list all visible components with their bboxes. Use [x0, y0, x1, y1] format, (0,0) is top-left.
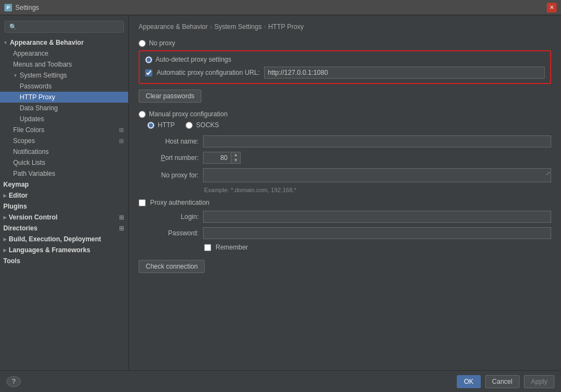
sidebar-item-keymap[interactable]: Keymap — [0, 179, 128, 190]
port-up-button[interactable]: ▲ — [231, 152, 240, 158]
sidebar-item-languages-frameworks[interactable]: ▶ Languages & Frameworks — [0, 245, 128, 256]
breadcrumb-part2: System Settings — [214, 23, 262, 31]
port-number-label: Port number: — [139, 154, 199, 162]
sidebar-item-menus-toolbars[interactable]: Menus and Toolbars — [0, 59, 128, 70]
sidebar-item-tools[interactable]: Tools — [0, 256, 128, 266]
no-proxy-group: No proxy — [139, 39, 551, 47]
port-spinners: ▲ ▼ — [231, 152, 240, 163]
port-down-button[interactable]: ▼ — [231, 158, 240, 163]
socks-radio[interactable] — [186, 122, 193, 129]
remember-label: Remember — [216, 243, 248, 251]
auto-detect-radio-label[interactable]: Auto-detect proxy settings — [145, 56, 545, 63]
check-connection-row: Check connection — [139, 260, 551, 273]
auto-detect-box: Auto-detect proxy settings Automatic pro… — [139, 50, 551, 84]
scopes-icon: ⊞ — [119, 138, 124, 145]
sidebar-item-data-sharing[interactable]: Data Sharing — [0, 103, 128, 114]
titlebar: P Settings ✕ — [0, 0, 561, 15]
main-layout: 🔍 ▼ Appearance & Behavior Appearance Men… — [0, 15, 561, 370]
example-text: Example: *.domain.com, 192.168.* — [204, 187, 551, 193]
triangle-icon: ▼ — [13, 73, 17, 78]
sidebar-item-quick-lists[interactable]: Quick Lists — [0, 157, 128, 168]
breadcrumb: Appearance & Behavior › System Settings … — [139, 23, 551, 31]
sidebar-item-system-settings[interactable]: ▼ System Settings — [0, 70, 128, 81]
remember-checkbox[interactable] — [204, 244, 211, 251]
content-area: Appearance & Behavior › System Settings … — [129, 15, 561, 370]
no-proxy-for-label: No proxy for: — [139, 171, 199, 179]
sidebar-item-updates[interactable]: Updates — [0, 114, 128, 124]
expand-icon[interactable]: ⤢ — [546, 170, 550, 176]
check-connection-button[interactable]: Check connection — [139, 260, 205, 273]
triangle-icon: ▶ — [3, 193, 7, 198]
proxy-auth-checkbox[interactable] — [139, 199, 146, 206]
auto-proxy-checkbox[interactable] — [145, 69, 152, 76]
help-button[interactable]: ? — [7, 376, 21, 387]
port-number-input[interactable] — [204, 152, 231, 163]
manual-proxy-radio-label[interactable]: Manual proxy configuration — [139, 110, 551, 118]
no-proxy-for-row: No proxy for: ⤢ — [139, 168, 551, 182]
breadcrumb-part1: Appearance & Behavior — [139, 23, 208, 31]
file-colors-icon: ⊞ — [119, 127, 124, 134]
remember-row: Remember — [204, 243, 551, 251]
host-name-label: Host name: — [139, 138, 199, 145]
no-proxy-label: No proxy — [149, 39, 175, 47]
version-control-icon: ⊞ — [119, 214, 124, 221]
sidebar-item-plugins[interactable]: Plugins — [0, 201, 128, 212]
login-label: Login: — [139, 213, 199, 221]
auto-proxy-url-input[interactable] — [264, 67, 545, 79]
login-input[interactable] — [203, 211, 551, 223]
ok-button[interactable]: OK — [457, 375, 480, 388]
no-proxy-wrap: ⤢ — [203, 168, 551, 182]
search-input[interactable] — [19, 23, 119, 31]
search-box[interactable]: 🔍 — [4, 21, 124, 33]
breadcrumb-sep2: › — [264, 23, 266, 31]
http-radio-label[interactable]: HTTP — [147, 121, 175, 129]
auto-proxy-url-label: Automatic proxy configuration URL: — [157, 69, 260, 76]
password-input[interactable] — [203, 227, 551, 239]
sidebar-item-file-colors[interactable]: File Colors ⊞ — [0, 124, 128, 135]
sidebar-item-directories[interactable]: Directories ⊞ — [0, 223, 128, 234]
sidebar-item-build-execution[interactable]: ▶ Build, Execution, Deployment — [0, 234, 128, 245]
auto-detect-radio[interactable] — [145, 56, 152, 63]
apply-button[interactable]: Apply — [524, 375, 554, 388]
socks-label: SOCKS — [196, 121, 219, 129]
sidebar-item-http-proxy[interactable]: HTTP Proxy — [0, 92, 128, 103]
password-label: Password: — [139, 229, 199, 237]
clear-passwords-button[interactable]: Clear passwords — [139, 90, 201, 103]
login-row: Login: — [139, 211, 551, 223]
sidebar-item-editor[interactable]: ▶ Editor — [0, 190, 128, 201]
manual-proxy-label: Manual proxy configuration — [149, 110, 228, 118]
nav-section: ▼ Appearance & Behavior Appearance Menus… — [0, 36, 128, 268]
app-icon: P — [4, 4, 12, 11]
no-proxy-radio[interactable] — [139, 40, 146, 47]
host-name-row: Host name: — [139, 135, 551, 147]
sidebar-item-passwords[interactable]: Passwords — [0, 81, 128, 92]
sidebar-item-path-variables[interactable]: Path Variables — [0, 168, 128, 179]
triangle-icon: ▶ — [3, 248, 7, 253]
bottom-bar: ? OK Cancel Apply — [0, 370, 561, 392]
no-proxy-for-input[interactable] — [203, 168, 551, 182]
host-name-input[interactable] — [203, 135, 551, 147]
proxy-auth-row: Proxy authentication — [139, 199, 551, 206]
directories-icon: ⊞ — [119, 225, 124, 232]
breadcrumb-part3: HTTP Proxy — [268, 23, 303, 31]
triangle-icon: ▼ — [3, 40, 8, 45]
cancel-button[interactable]: Cancel — [485, 375, 520, 388]
proxy-auth-label: Proxy authentication — [150, 199, 210, 206]
sidebar-item-scopes[interactable]: Scopes ⊞ — [0, 135, 128, 146]
clear-passwords-row: Clear passwords — [139, 90, 551, 103]
sidebar-item-notifications[interactable]: Notifications — [0, 146, 128, 157]
close-button[interactable]: ✕ — [547, 3, 557, 13]
triangle-icon: ▶ — [3, 215, 7, 220]
sidebar-item-appearance[interactable]: Appearance — [0, 48, 128, 59]
no-proxy-radio-label[interactable]: No proxy — [139, 39, 551, 47]
sidebar-item-appearance-behavior[interactable]: ▼ Appearance & Behavior — [0, 37, 128, 48]
socks-radio-label[interactable]: SOCKS — [186, 121, 219, 129]
manual-proxy-radio[interactable] — [139, 111, 146, 118]
http-socks-row: HTTP SOCKS — [147, 121, 551, 131]
bottom-right-buttons: OK Cancel Apply — [457, 375, 554, 388]
breadcrumb-sep1: › — [210, 23, 212, 31]
sidebar-item-version-control[interactable]: ▶ Version Control ⊞ — [0, 212, 128, 223]
manual-proxy-group: Manual proxy configuration — [139, 110, 551, 118]
http-radio[interactable] — [147, 122, 154, 129]
window-title: Settings — [15, 4, 39, 11]
